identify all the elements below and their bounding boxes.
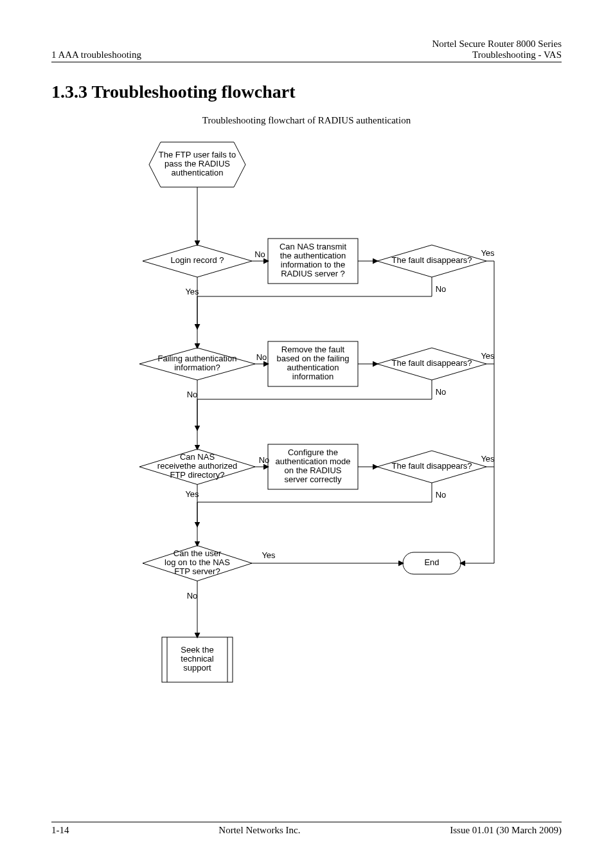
svg-text:Yes: Yes (481, 248, 495, 258)
svg-text:Can the user: Can the user (173, 548, 222, 558)
svg-text:Yes: Yes (262, 550, 276, 560)
svg-text:Yes: Yes (185, 287, 199, 296)
svg-text:technical: technical (181, 654, 213, 664)
svg-text:FTP server?: FTP server? (174, 566, 220, 576)
svg-text:No: No (436, 284, 447, 294)
svg-text:No: No (436, 490, 447, 500)
svg-text:authentication: authentication (172, 168, 224, 177)
svg-text:the authentication: the authentication (280, 251, 346, 260)
svg-text:receivethe authorized: receivethe authorized (157, 461, 237, 471)
svg-text:No: No (187, 591, 198, 601)
svg-text:information to the: information to the (281, 260, 345, 269)
header-left: 1 AAA troubleshooting (51, 50, 141, 60)
svg-text:Configure the: Configure the (288, 448, 338, 457)
svg-text:Failing   authentication: Failing authentication (158, 354, 237, 363)
section-heading: 1.3.3 Troubleshooting flowchart (51, 82, 562, 102)
svg-text:information?: information? (174, 363, 220, 372)
svg-text:Remove the fault: Remove the fault (281, 345, 345, 354)
svg-text:No: No (259, 455, 270, 465)
flowchart-svg: The FTP user fails topass the RADIUSauth… (114, 132, 499, 698)
page-header: 1 AAA troubleshooting Nortel Secure Rout… (51, 39, 562, 62)
svg-text:Can NAS transmit: Can NAS transmit (280, 242, 346, 251)
svg-text:Yes: Yes (185, 489, 199, 499)
svg-text:No: No (254, 249, 265, 259)
svg-text:authentication mode: authentication mode (275, 457, 350, 466)
page-footer: 1-14 Nortel Networks Inc. Issue 01.01 (3… (51, 822, 562, 836)
svg-text:The fault disappears?: The fault disappears? (391, 358, 472, 368)
svg-text:log on to the NAS: log on to the NAS (164, 557, 230, 567)
figure-caption: Troubleshooting flowchart of RADIUS auth… (51, 115, 562, 126)
svg-text:information: information (292, 372, 333, 381)
svg-text:support: support (183, 663, 211, 673)
svg-text:No: No (256, 352, 267, 362)
header-right: Nortel Secure Router 8000 Series Trouble… (432, 39, 562, 60)
svg-text:The FTP user fails to: The FTP user fails to (159, 150, 236, 159)
svg-text:Yes: Yes (481, 454, 495, 464)
svg-text:The fault disappears?: The fault disappears? (391, 255, 472, 265)
header-right-line2: Troubleshooting - VAS (432, 50, 562, 60)
svg-text:pass the RADIUS: pass the RADIUS (164, 159, 230, 168)
svg-text:authentication: authentication (287, 363, 339, 372)
svg-text:based on the failing: based on the failing (277, 354, 350, 363)
footer-center: Nortel Networks Inc. (218, 825, 300, 836)
footer-page-number: 1-14 (51, 825, 69, 836)
svg-text:RADIUS server ?: RADIUS server ? (281, 269, 345, 278)
svg-text:The fault disappears?: The fault disappears? (391, 461, 472, 471)
svg-text:No: No (436, 387, 447, 397)
svg-text:Login record ?: Login record ? (170, 255, 224, 265)
svg-text:End: End (424, 557, 439, 567)
flowchart-figure: The FTP user fails topass the RADIUSauth… (114, 132, 499, 698)
svg-text:Can NAS: Can NAS (180, 452, 215, 462)
footer-right: Issue 01.01 (30 March 2009) (450, 825, 562, 836)
svg-text:Yes: Yes (481, 351, 495, 361)
svg-text:No: No (187, 390, 198, 399)
svg-text:on the RADIUS: on the RADIUS (285, 466, 342, 475)
svg-text:server correctly: server correctly (285, 475, 342, 484)
header-right-line1: Nortel Secure Router 8000 Series (432, 39, 562, 50)
svg-text:Seek the: Seek the (181, 645, 213, 655)
svg-text:FTP directory?: FTP directory? (170, 470, 224, 480)
